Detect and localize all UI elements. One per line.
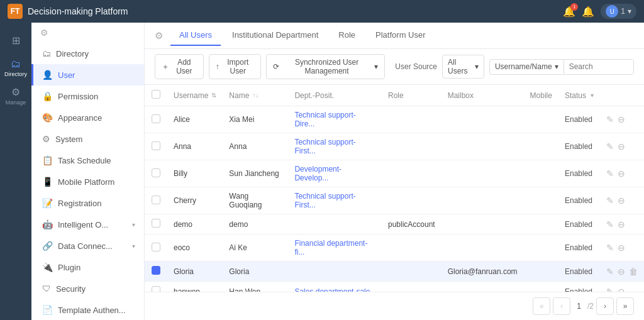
status-sort-icon[interactable]: ▾: [591, 92, 594, 99]
row-checkbox[interactable]: [152, 141, 160, 150]
sidebar-item-task-schedule[interactable]: 📋 Task Schedule: [31, 150, 144, 171]
sidebar-item-security[interactable]: 🛡 Security: [31, 278, 144, 299]
row-actions: ✎ ⊖: [600, 214, 644, 234]
settings-gear-icon[interactable]: ⚙: [40, 28, 48, 38]
user-menu[interactable]: U 1 ▾: [601, 4, 636, 19]
row-username: Anna: [167, 133, 223, 160]
sidebar-label-template: Template Authen...: [58, 306, 126, 315]
pagination-first-button[interactable]: «: [533, 297, 550, 315]
row-mobile: [524, 214, 558, 234]
row-checkbox-cell: [145, 160, 167, 187]
import-user-button[interactable]: ↑ Import User: [209, 54, 261, 79]
edit-icon[interactable]: ✎: [606, 141, 614, 152]
row-name: Sun Jiancheng: [223, 160, 288, 187]
row-mailbox: [441, 187, 524, 214]
row-actions: ✎ ⊖: [600, 234, 644, 262]
sync-icon: ⟳: [273, 62, 279, 71]
row-name: Anna: [223, 133, 288, 160]
security-icon: 🛡: [42, 284, 51, 294]
row-status: Enabled: [558, 282, 600, 292]
sync-user-button[interactable]: ⟳ Synchronized User Management ▾: [266, 54, 385, 79]
remove-icon[interactable]: ⊖: [618, 243, 625, 253]
username-name-label: Username/Name: [495, 62, 552, 71]
sync-chevron-icon: ▾: [374, 62, 378, 71]
sidebar-item-intelligent-o[interactable]: 🤖 Intelligent O... ▾: [31, 214, 144, 235]
remove-icon[interactable]: ⊖: [618, 219, 625, 229]
bell-icon[interactable]: 🔔: [582, 6, 594, 18]
sidebar-item-mobile-platform[interactable]: 📱 Mobile Platform: [31, 171, 144, 192]
strip-item-directory[interactable]: 🗂 Directory: [3, 55, 28, 80]
intelligent-icon: 🤖: [42, 219, 53, 229]
pagination-next-button[interactable]: ›: [596, 297, 614, 315]
row-username: Alice: [167, 106, 223, 133]
edit-icon[interactable]: ✎: [606, 267, 614, 277]
data-connect-icon: 🔗: [42, 241, 53, 251]
search-input[interactable]: [564, 60, 634, 74]
remove-icon[interactable]: ⊖: [618, 196, 625, 206]
row-checkbox[interactable]: [152, 114, 160, 123]
sidebar-label-data-connec: Data Connec...: [58, 241, 113, 251]
add-user-button[interactable]: ＋ Add User: [155, 54, 204, 79]
row-mailbox: [441, 234, 524, 262]
select-all-checkbox[interactable]: [152, 90, 160, 99]
main-layout: ⊞ 🗂 Directory ⚙ Manage ⚙ 🗂 Directory 👤 U…: [0, 23, 644, 320]
tab-all-users[interactable]: All Users: [170, 25, 221, 46]
permission-icon: 🔒: [42, 91, 53, 101]
user-source-select[interactable]: All Users ▾: [442, 55, 484, 79]
row-checkbox[interactable]: [152, 196, 160, 204]
sidebar-item-registration[interactable]: 📝 Registration: [31, 192, 144, 214]
intelligent-arrow-icon: ▾: [132, 221, 135, 228]
sidebar-label-security: Security: [56, 284, 86, 294]
row-checkbox[interactable]: [152, 219, 160, 228]
content-settings-icon[interactable]: ⚙: [155, 30, 163, 41]
pagination-prev-button[interactable]: ‹: [553, 297, 570, 315]
row-username: Gloria: [167, 262, 223, 282]
sidebar-item-permission[interactable]: 🔒 Permission: [31, 86, 144, 107]
edit-icon[interactable]: ✎: [606, 168, 614, 179]
remove-icon[interactable]: ⊖: [618, 141, 625, 152]
delete-icon[interactable]: 🗑: [629, 267, 638, 277]
sidebar-item-data-connec[interactable]: 🔗 Data Connec... ▾: [31, 235, 144, 257]
manage-icon: ⚙: [11, 86, 20, 98]
row-mobile: [524, 106, 558, 133]
remove-icon[interactable]: ⊖: [618, 287, 625, 292]
edit-icon[interactable]: ✎: [606, 219, 614, 229]
name-sort-icon[interactable]: ↑↓: [252, 92, 258, 99]
row-checkbox[interactable]: [152, 168, 160, 177]
edit-icon[interactable]: ✎: [606, 243, 614, 253]
user-icon: 👤: [42, 70, 53, 80]
remove-icon[interactable]: ⊖: [618, 267, 625, 277]
strip-label-directory: Directory: [4, 71, 27, 77]
pagination-last-button[interactable]: »: [616, 297, 634, 315]
edit-icon[interactable]: ✎: [606, 196, 614, 206]
notification-icon[interactable]: 🔔 1: [563, 6, 575, 18]
sidebar-label-task: Task Schedule: [58, 156, 111, 165]
sidebar-label-intelligent: Intelligent O...: [58, 220, 108, 229]
sidebar-item-user[interactable]: 👤 User: [31, 64, 144, 86]
sidebar-item-appearance[interactable]: 🎨 Appearance: [31, 107, 144, 128]
strip-item-grid[interactable]: ⊞: [3, 28, 28, 53]
username-sort-icon[interactable]: ⇅: [211, 92, 216, 99]
table-header-row: Username ⇅ Name ↑↓ Dept.-Posit. Role: [145, 85, 644, 106]
row-mobile: [524, 234, 558, 262]
row-dept: Technical support-First...: [288, 133, 382, 160]
remove-icon[interactable]: ⊖: [618, 114, 625, 124]
row-actions: ✎ ⊖: [600, 106, 644, 133]
tab-role[interactable]: Role: [330, 25, 364, 46]
strip-item-manage[interactable]: ⚙ Manage: [3, 83, 28, 108]
tab-platform-user[interactable]: Platform User: [367, 25, 434, 46]
sidebar-item-system[interactable]: ⚙ System: [31, 128, 144, 150]
sidebar-item-plugin[interactable]: 🔌 Plugin: [31, 257, 144, 278]
search-group-label[interactable]: Username/Name ▾: [490, 60, 564, 74]
sidebar-item-directory[interactable]: 🗂 Directory: [31, 43, 144, 64]
edit-icon[interactable]: ✎: [606, 287, 614, 292]
tab-institutional-department[interactable]: Institutional Department: [223, 25, 327, 46]
row-username: Cherry: [167, 187, 223, 214]
sidebar-item-template-authen[interactable]: 📄 Template Authen...: [31, 299, 144, 320]
remove-icon[interactable]: ⊖: [618, 168, 625, 179]
row-checkbox[interactable]: [152, 266, 160, 275]
edit-icon[interactable]: ✎: [606, 114, 614, 124]
row-checkbox[interactable]: [152, 286, 160, 292]
row-checkbox[interactable]: [152, 243, 160, 251]
col-role: Role: [382, 85, 441, 106]
